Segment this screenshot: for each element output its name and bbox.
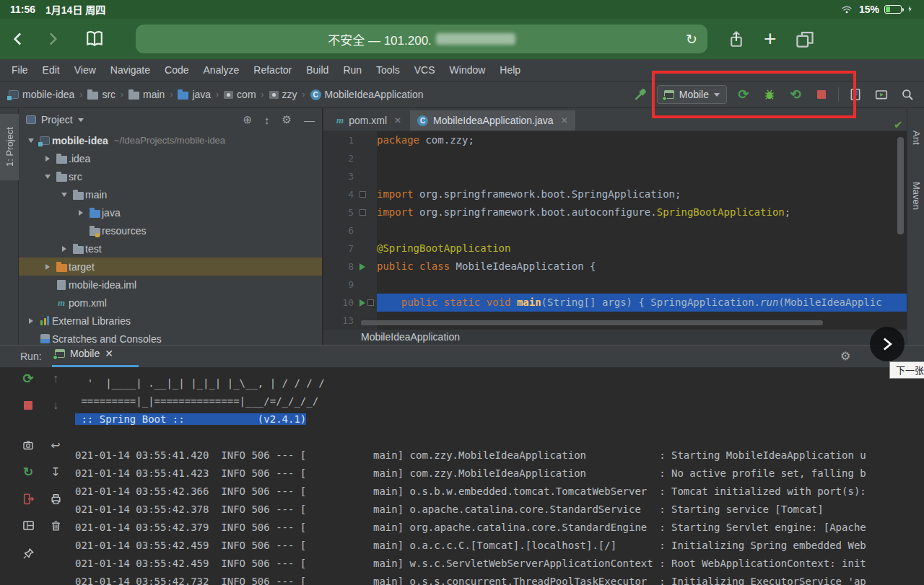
code-line-10[interactable]: 10 public static void main(String[] args… [323, 294, 907, 312]
hide-icon[interactable]: — [304, 114, 315, 126]
menu-code[interactable]: Code [157, 59, 196, 82]
menu-window[interactable]: Window [443, 59, 493, 82]
editor-tab-pom-xml[interactable]: mpom.xml✕ [329, 110, 409, 131]
tree-item-resources[interactable]: resources [19, 221, 322, 239]
breadcrumb-item-mobile-idea[interactable]: mobile-idea [9, 89, 74, 100]
arrow-up-button[interactable]: ↑ [46, 370, 65, 387]
tree-item-mobile-idea[interactable]: mobile-idea~/IdeaProjects/mobile-idea [19, 131, 322, 149]
menu-build[interactable]: Build [299, 59, 336, 82]
tree-item-target[interactable]: target [19, 258, 322, 276]
gear-icon[interactable]: ⚙ [282, 113, 292, 126]
editor-vscrollbar[interactable] [897, 137, 904, 234]
search-button[interactable] [898, 85, 917, 104]
address-bar[interactable]: 不安全 — 101.200. ↻ [136, 25, 707, 53]
breadcrumb-item-java[interactable]: java [178, 89, 211, 100]
trash-button[interactable] [46, 516, 65, 534]
rerun-button[interactable]: ⟳ [19, 370, 38, 387]
tool-button-ant[interactable]: Ant [907, 115, 924, 160]
breadcrumb-item-zzy[interactable]: zzy [269, 89, 297, 100]
editor-breadcrumb[interactable]: MobileIdeaApplication [323, 330, 907, 345]
inspections-ok-icon[interactable]: ✔ [894, 118, 903, 131]
menu-file[interactable]: File [4, 59, 35, 82]
tree-item-java[interactable]: java [19, 203, 322, 221]
editor-hscrollbar[interactable] [361, 320, 823, 325]
stop-button[interactable] [19, 397, 38, 414]
tree-expand-arrow[interactable] [41, 264, 54, 270]
line-number: 4 [323, 185, 358, 203]
tool-button-maven[interactable]: Maven [907, 166, 924, 226]
menu-help[interactable]: Help [492, 59, 528, 82]
exit-button[interactable] [19, 490, 38, 507]
chevron-down-icon[interactable] [78, 118, 84, 122]
menu-tools[interactable]: Tools [369, 59, 407, 82]
menu-analyze[interactable]: Analyze [196, 59, 247, 82]
soft-wrap-button[interactable]: ↩ [46, 436, 65, 454]
project-panel-title[interactable]: Project [41, 114, 73, 126]
tabs-icon[interactable] [796, 30, 814, 48]
menu-refactor[interactable]: Refactor [246, 59, 299, 82]
code-line-9[interactable]: 9 [323, 276, 907, 294]
tree-expand-arrow[interactable] [25, 318, 38, 324]
tree-item-mobile-idea-iml[interactable]: mobile-idea.iml [19, 276, 322, 294]
fold-marker-icon[interactable] [359, 209, 366, 216]
run-tab-mobile[interactable]: Mobile ✕ [55, 348, 113, 359]
close-icon[interactable]: ✕ [105, 348, 113, 359]
print-button[interactable] [46, 490, 65, 507]
code-line-4[interactable]: 4import org.springframework.boot.SpringA… [323, 185, 907, 203]
tool-button-project[interactable]: 1: Project [0, 114, 19, 180]
gear-icon[interactable]: ⚙ [840, 349, 850, 363]
share-icon[interactable] [728, 29, 745, 49]
layout-button[interactable] [19, 516, 38, 534]
tree-item-src[interactable]: src [19, 167, 322, 185]
code-line-3[interactable]: 3 [323, 167, 907, 185]
hammer-button[interactable] [631, 85, 650, 104]
bookmarks-icon[interactable] [82, 27, 107, 51]
breadcrumb-item-com[interactable]: com [224, 89, 256, 100]
locate-icon[interactable]: ⊕ [243, 113, 252, 126]
tree-expand-arrow[interactable] [41, 156, 54, 162]
tree-item-pom-xml[interactable]: mpom.xml [19, 294, 322, 312]
run-gutter-icon[interactable] [359, 299, 365, 307]
code-line-6[interactable]: 6 [323, 221, 907, 239]
run-gutter-icon[interactable] [359, 263, 365, 270]
screen-button[interactable] [872, 85, 891, 104]
next-image-button[interactable] [870, 327, 905, 361]
collapse-icon[interactable]: ↕ [264, 114, 270, 126]
breadcrumb-item-mobileideaapplication[interactable]: CMobileIdeaApplication [310, 89, 424, 100]
reload-icon[interactable]: ↻ [686, 31, 697, 48]
code-line-7[interactable]: 7@SpringBootApplication [323, 239, 907, 258]
breadcrumb-item-main[interactable]: main [128, 89, 165, 100]
scroll-end-button[interactable]: ↧ [46, 463, 65, 480]
code-line-2[interactable]: 2 [323, 149, 907, 167]
pin-button[interactable] [19, 545, 38, 562]
tree-collapse-arrow[interactable] [25, 138, 38, 143]
breadcrumb-item-src[interactable]: src [87, 89, 116, 100]
tree-item-test[interactable]: test [19, 239, 322, 258]
code-line-8[interactable]: 8public class MobileIdeaApplication { [323, 258, 907, 276]
tree-item-external-libraries[interactable]: External Libraries [19, 312, 322, 330]
tree-item-main[interactable]: main [19, 185, 322, 203]
menu-edit[interactable]: Edit [35, 59, 67, 82]
forward-icon[interactable] [40, 27, 65, 51]
tree-item--idea[interactable]: .idea [19, 149, 322, 167]
close-icon[interactable]: ✕ [561, 115, 568, 126]
code-line-1[interactable]: 1package com.zzy; [323, 131, 907, 149]
editor-tab-mobileideaapplication-java[interactable]: CMobileIdeaApplication.java✕ [410, 110, 575, 131]
fold-marker-icon[interactable] [359, 191, 366, 198]
arrow-down-button[interactable]: ↓ [46, 397, 65, 414]
update-app-button[interactable]: ↻ [19, 463, 38, 480]
close-icon[interactable]: ✕ [394, 115, 401, 126]
tree-collapse-arrow[interactable] [41, 175, 54, 179]
menu-navigate[interactable]: Navigate [103, 59, 157, 82]
menu-run[interactable]: Run [336, 59, 369, 82]
new-tab-icon[interactable]: + [764, 27, 777, 51]
code-line-5[interactable]: 5import org.springframework.boot.autocon… [323, 203, 907, 221]
menu-vcs[interactable]: VCS [407, 59, 443, 82]
camera-button[interactable] [19, 436, 38, 454]
fold-marker-icon[interactable] [367, 299, 374, 306]
tree-expand-arrow[interactable] [58, 246, 71, 252]
tree-collapse-arrow[interactable] [58, 193, 71, 197]
tree-expand-arrow[interactable] [74, 210, 87, 216]
back-icon[interactable] [6, 27, 30, 51]
menu-view[interactable]: View [67, 59, 103, 82]
